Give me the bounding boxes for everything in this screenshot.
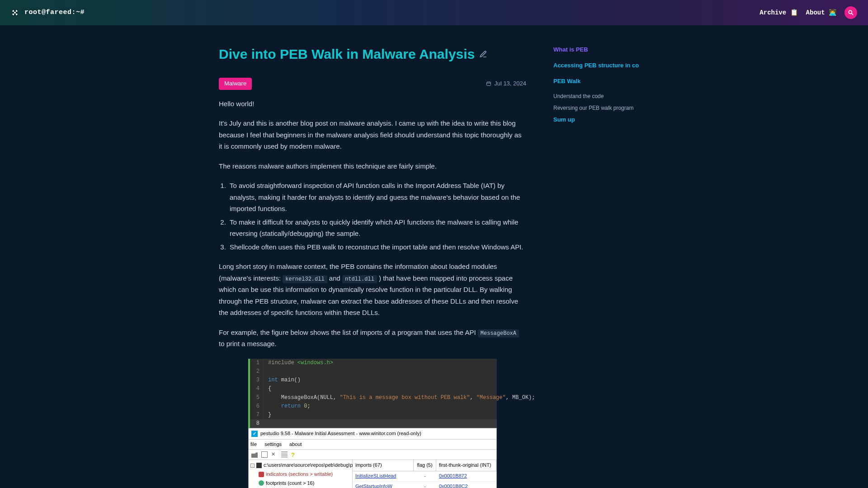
paragraph: Long short story in malware context, the… <box>219 261 526 319</box>
footprints-icon <box>259 480 264 486</box>
line-number: 7 <box>250 411 264 419</box>
tree-collapse-icon[interactable]: - <box>250 464 255 468</box>
tree-root[interactable]: -c:\users\mare\source\repos\peb\debug\pe… <box>249 461 352 470</box>
calendar-icon <box>486 81 491 86</box>
article-body: Hello world! It's July and this is anoth… <box>219 98 526 488</box>
pestudio-imports-table: imports (67) flag (5) first-thunk-origin… <box>353 460 496 488</box>
list-item: Shellcode often uses this PEB walk to re… <box>228 241 526 253</box>
article-title-text: Dive into PEB Walk in Malware Analysis <box>219 43 475 65</box>
code-token: int <box>268 377 278 383</box>
nav-about[interactable]: About 👨‍💻 <box>806 8 836 18</box>
logo-icon <box>11 9 19 17</box>
article-date-text: Jul 13, 2024 <box>494 79 526 89</box>
import-flag: - <box>414 471 436 481</box>
import-address[interactable]: 0x0001B8C2 <box>436 482 496 488</box>
edit-icon[interactable] <box>479 50 487 58</box>
col-flag[interactable]: flag (5) <box>414 460 436 471</box>
code-token: } <box>268 412 271 418</box>
svg-rect-2 <box>487 82 491 86</box>
inline-code: kernel32.dll <box>283 275 327 283</box>
inline-code: MessageBoxA <box>478 329 519 338</box>
code-token: return <box>268 403 304 409</box>
code-token: #include <box>268 360 297 366</box>
pestudio-title: pestudio 9.58 - Malware Initial Assessme… <box>260 430 421 438</box>
menu-about[interactable]: about <box>289 441 302 447</box>
import-address[interactable]: 0x0001B872 <box>436 471 496 481</box>
tree-footprints[interactable]: footprints (count > 16) <box>249 479 352 488</box>
open-icon[interactable] <box>251 451 258 458</box>
list-item: To avoid straightforward inspection of A… <box>228 180 526 215</box>
paragraph: The reasons malware authors implement th… <box>219 160 526 172</box>
toc-accessing-peb[interactable]: Accessing PEB structure in co <box>553 61 644 70</box>
col-imports[interactable]: imports (67) <box>353 460 414 471</box>
paragraph: Hello world! <box>219 98 526 110</box>
col-thunk[interactable]: first-thunk-original (INT) <box>436 460 496 471</box>
tag-malware[interactable]: Malware <box>219 78 252 90</box>
import-name[interactable]: GetStartupInfoW <box>353 482 414 488</box>
tree-label: footprints (count > 16) <box>266 479 314 488</box>
line-number: 6 <box>250 402 264 411</box>
code-token: main() <box>278 377 301 383</box>
figure: 1#include <windows.h> 2 3int main() 4{ 5… <box>248 359 497 488</box>
code-editor: 1#include <windows.h> 2 3int main() 4{ 5… <box>248 359 497 428</box>
site-title: root@fareed:~# <box>24 7 85 18</box>
inline-code: ntdll.dll <box>342 275 377 283</box>
menu-settings[interactable]: settings <box>264 441 282 447</box>
code-token: <windows.h> <box>297 360 333 366</box>
code-token: , MB_OK); <box>506 394 535 401</box>
pestudio-menubar: file settings about <box>249 440 496 450</box>
toc-reversing[interactable]: Reversing our PEB walk program <box>553 104 644 113</box>
import-flag: - <box>414 482 436 488</box>
paragraph: For example, the figure below shows the … <box>219 327 526 350</box>
toc-sum-up[interactable]: Sum up <box>553 115 644 125</box>
exe-icon <box>256 463 262 468</box>
help-icon[interactable] <box>291 451 297 458</box>
tree-label: indicators (sections > writable) <box>266 470 333 479</box>
toc-peb-walk[interactable]: PEB Walk <box>553 77 644 86</box>
line-number: 8 <box>250 419 264 428</box>
line-number: 2 <box>250 367 264 376</box>
table-row[interactable]: GetStartupInfoW-0x0001B8C2 <box>353 482 496 488</box>
list-item: To make it difficult for analysts to qui… <box>228 216 526 239</box>
pestudio-app-icon: ✓ <box>251 431 258 437</box>
search-button[interactable] <box>844 6 857 19</box>
indicators-icon <box>259 472 264 477</box>
ordered-list: To avoid straightforward inspection of A… <box>228 180 526 253</box>
list-icon[interactable] <box>281 451 288 458</box>
site-header: root@fareed:~# Archive 📋 About 👨‍💻 <box>0 0 868 25</box>
line-number: 4 <box>250 385 264 393</box>
svg-line-1 <box>852 14 854 15</box>
close-icon[interactable] <box>271 451 278 458</box>
article-date: Jul 13, 2024 <box>486 79 526 89</box>
code-token: ; <box>307 403 310 409</box>
toc-understand-code[interactable]: Understand the code <box>553 92 644 101</box>
pestudio-toolbar <box>249 450 496 460</box>
code-token: MessageBoxA(NULL, <box>268 394 340 401</box>
header-brand[interactable]: root@fareed:~# <box>11 7 85 18</box>
main-nav: Archive 📋 About 👨‍💻 <box>760 6 857 19</box>
import-name[interactable]: InitializeSListHead <box>353 471 414 481</box>
table-row[interactable]: InitializeSListHead-0x0001B872 <box>353 471 496 482</box>
article: Dive into PEB Walk in Malware Analysis M… <box>219 43 526 488</box>
toc-what-is-peb[interactable]: What is PEB <box>553 45 644 55</box>
code-token: "This is a message box without PEB walk" <box>340 394 470 401</box>
code-token: "Message" <box>476 394 506 401</box>
text: For example, the figure below shows the … <box>219 328 478 336</box>
table-header: imports (67) flag (5) first-thunk-origin… <box>353 460 496 471</box>
pestudio-window: ✓ pestudio 9.58 - Malware Initial Assess… <box>248 428 497 488</box>
tree-label: c:\users\mare\source\repos\peb\debug\peb… <box>264 461 368 469</box>
article-title: Dive into PEB Walk in Malware Analysis <box>219 43 526 65</box>
search-icon <box>848 9 854 16</box>
tree-indicators[interactable]: indicators (sections > writable) <box>249 470 352 479</box>
code-token: , <box>470 394 476 401</box>
line-number: 5 <box>250 394 264 402</box>
menu-file[interactable]: file <box>250 441 257 447</box>
save-icon[interactable] <box>261 451 268 458</box>
paragraph: It's July and this is another blog post … <box>219 117 526 152</box>
nav-archive[interactable]: Archive 📋 <box>760 8 797 18</box>
svg-point-0 <box>849 10 852 14</box>
pestudio-tree: -c:\users\mare\source\repos\peb\debug\pe… <box>249 460 353 488</box>
text: and <box>327 274 342 282</box>
code-token: { <box>268 385 271 392</box>
article-meta: Malware Jul 13, 2024 <box>219 78 526 90</box>
